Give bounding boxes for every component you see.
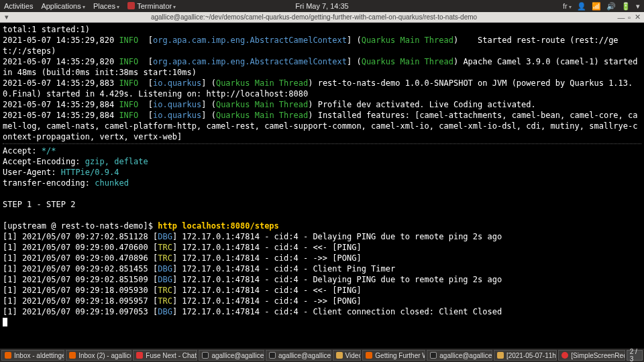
- tray-chevron-down-icon[interactable]: ▾: [636, 2, 640, 11]
- window-close-button[interactable]: ✕: [633, 13, 641, 21]
- tray-user-icon[interactable]: 👤: [577, 2, 586, 11]
- window-title: agallice@agallice:~/dev/demos/camel-quar…: [11, 13, 617, 21]
- menu-applications[interactable]: Applications: [41, 2, 85, 10]
- taskbar-app-icon: [366, 352, 372, 359]
- tray-battery-icon[interactable]: 🔋: [621, 2, 631, 11]
- taskbar-app-icon: [69, 352, 76, 359]
- window-menu-button[interactable]: ▾: [3, 13, 11, 21]
- taskbar-item-label: [2021-05-07-11h-Ge…: [506, 352, 557, 359]
- taskbar-item[interactable]: Fuse Next - Chat - M…: [133, 350, 197, 361]
- taskbar-item[interactable]: Getting Further With…: [362, 350, 425, 361]
- taskbar-item-label: agallice@agallice:~/d…: [439, 352, 492, 359]
- taskbar-item-label: Getting Further With…: [375, 352, 425, 359]
- window-titlebar: ▾ agallice@agallice:~/dev/demos/camel-qu…: [0, 12, 644, 23]
- terminal-pane[interactable]: total:1 started:1) 2021-05-07 14:35:29,8…: [0, 23, 644, 349]
- taskbar: Inbox - aldettinger@…Inbox (2) - agallic…: [0, 349, 644, 362]
- menu-active-app[interactable]: Terminator: [127, 2, 176, 10]
- taskbar-app-icon: [561, 352, 568, 359]
- workspace-pager[interactable]: 2 / 3: [627, 350, 643, 361]
- taskbar-item[interactable]: agallice@agallice:~/d…: [427, 350, 492, 361]
- taskbar-app-icon: [202, 352, 209, 359]
- taskbar-item[interactable]: agallice@agallice:~/d…: [199, 350, 264, 361]
- taskbar-item[interactable]: Inbox (2) - agallice@r…: [66, 350, 131, 361]
- tray-network-icon[interactable]: 📶: [592, 2, 601, 11]
- taskbar-app-icon: [5, 352, 11, 359]
- taskbar-item-label: Fuse Next - Chat - M…: [146, 352, 197, 359]
- window-minimize-button[interactable]: —: [617, 13, 625, 21]
- taskbar-item[interactable]: Videos: [333, 350, 362, 361]
- active-app-label: Terminator: [137, 2, 172, 10]
- taskbar-app-icon: [136, 352, 143, 359]
- taskbar-app-icon: [336, 352, 343, 359]
- tray-volume-icon[interactable]: 🔊: [606, 2, 616, 11]
- taskbar-app-icon: [497, 352, 504, 359]
- top-menubar: Activities Applications Places Terminato…: [0, 0, 644, 12]
- menu-places[interactable]: Places: [93, 2, 119, 10]
- taskbar-item-label: [SimpleScreenRecord…: [571, 352, 625, 359]
- taskbar-app-icon: [269, 352, 276, 359]
- menu-activities[interactable]: Activities: [4, 2, 33, 10]
- taskbar-item[interactable]: [SimpleScreenRecord…: [558, 350, 625, 361]
- tray-lang[interactable]: fr: [563, 2, 572, 10]
- window-maximize-button[interactable]: ▫: [625, 13, 633, 21]
- terminator-icon: [127, 2, 135, 9]
- taskbar-item-label: agallice@agallice:~/d…: [211, 352, 264, 359]
- taskbar-app-icon: [430, 352, 437, 359]
- taskbar-item[interactable]: agallice@agallice:~/d…: [266, 350, 331, 361]
- taskbar-item-label: Videos: [345, 352, 362, 359]
- taskbar-item-label: Inbox - aldettinger@…: [14, 352, 64, 359]
- taskbar-item[interactable]: Inbox - aldettinger@…: [1, 350, 64, 361]
- menubar-clock[interactable]: Fri May 7, 14:35: [295, 2, 348, 10]
- menubar-tray: fr 👤 📶 🔊 🔋 ▾: [563, 2, 640, 11]
- taskbar-item-label: agallice@agallice:~/d…: [278, 352, 331, 359]
- taskbar-item-label: Inbox (2) - agallice@r…: [78, 352, 131, 359]
- taskbar-item[interactable]: [2021-05-07-11h-Ge…: [494, 350, 557, 361]
